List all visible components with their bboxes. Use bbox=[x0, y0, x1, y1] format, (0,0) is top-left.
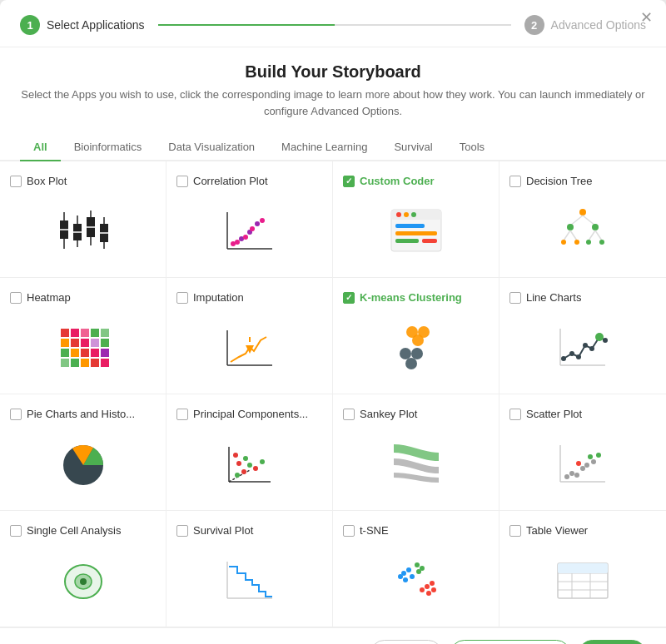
svg-point-101 bbox=[584, 463, 589, 468]
app-icon-single-cell-analysis bbox=[10, 543, 156, 617]
tab-tools[interactable]: Tools bbox=[446, 134, 498, 161]
app-cell-t-sne[interactable]: t-SNE bbox=[333, 511, 500, 627]
app-label-line-charts: Line Charts bbox=[526, 291, 581, 304]
app-icon-t-sne bbox=[343, 543, 489, 617]
svg-point-81 bbox=[595, 333, 604, 341]
app-cell-custom-coder[interactable]: ✓ Custom Coder bbox=[333, 161, 500, 278]
clear-all-button[interactable]: Clear All bbox=[370, 640, 442, 644]
app-cell-principal-components[interactable]: Principal Components... bbox=[166, 394, 333, 511]
app-cell-single-cell-analysis[interactable]: Single Cell Analysis bbox=[0, 511, 166, 627]
svg-point-40 bbox=[561, 240, 566, 245]
svg-point-76 bbox=[561, 356, 566, 361]
svg-point-72 bbox=[411, 348, 423, 359]
tab-machine-learning[interactable]: Machine Learning bbox=[268, 134, 380, 161]
tab-data-visualization[interactable]: Data Visualization bbox=[155, 134, 268, 161]
svg-rect-52 bbox=[91, 339, 99, 347]
app-cell-sankey-plot[interactable]: Sankey Plot bbox=[333, 394, 500, 511]
checkbox-imputation[interactable] bbox=[176, 292, 188, 304]
svg-point-25 bbox=[404, 212, 409, 217]
checkbox-custom-coder[interactable]: ✓ bbox=[343, 176, 355, 187]
app-cell-table-viewer[interactable]: Table Viewer bbox=[500, 511, 666, 627]
app-cell-correlation-plot[interactable]: Correlation Plot bbox=[166, 161, 333, 278]
svg-point-34 bbox=[567, 224, 574, 230]
checkbox-k-means-clustering[interactable]: ✓ bbox=[343, 292, 355, 304]
checkbox-decision-tree[interactable] bbox=[509, 176, 521, 187]
svg-point-113 bbox=[403, 577, 408, 582]
svg-point-21 bbox=[260, 218, 265, 223]
app-icon-line-charts bbox=[509, 310, 656, 384]
checkbox-scatter-plot[interactable] bbox=[509, 409, 521, 420]
app-label-imputation: Imputation bbox=[193, 291, 244, 304]
svg-rect-61 bbox=[81, 359, 89, 367]
app-cell-imputation[interactable]: Imputation bbox=[166, 278, 333, 394]
app-icon-sankey-plot bbox=[343, 427, 489, 500]
svg-point-80 bbox=[589, 346, 594, 351]
checkbox-survival-plot[interactable] bbox=[176, 525, 188, 537]
svg-point-71 bbox=[400, 348, 411, 359]
checkbox-line-charts[interactable] bbox=[509, 292, 521, 304]
checkbox-table-viewer[interactable] bbox=[509, 525, 521, 537]
launch-button[interactable]: Launch bbox=[579, 640, 646, 644]
app-label-single-cell-analysis: Single Cell Analysis bbox=[27, 524, 121, 537]
modal-header: Build Your Storyboard Select the Apps yo… bbox=[0, 47, 666, 126]
advanced-options-button[interactable]: Advanced Options bbox=[450, 640, 570, 644]
app-header-correlation-plot: Correlation Plot bbox=[176, 175, 268, 187]
app-icon-survival-plot bbox=[176, 543, 322, 617]
svg-line-39 bbox=[595, 230, 602, 240]
svg-rect-48 bbox=[101, 329, 109, 337]
svg-line-33 bbox=[583, 215, 595, 225]
svg-point-92 bbox=[236, 461, 241, 466]
checkbox-sankey-plot[interactable] bbox=[343, 409, 355, 420]
svg-rect-44 bbox=[61, 329, 69, 337]
app-header-sankey-plot: Sankey Plot bbox=[343, 408, 417, 420]
svg-point-89 bbox=[247, 463, 252, 468]
app-header-line-charts: Line Charts bbox=[509, 291, 581, 304]
svg-rect-54 bbox=[61, 349, 69, 357]
app-label-heatmap: Heatmap bbox=[27, 291, 71, 304]
svg-point-98 bbox=[569, 471, 574, 476]
svg-point-24 bbox=[396, 212, 401, 217]
tab-bioinformatics[interactable]: Bioinformatics bbox=[61, 134, 156, 161]
modal-footer: Pass Data between Apps ⚙️ Clear All Adva… bbox=[0, 627, 666, 644]
app-cell-survival-plot[interactable]: Survival Plot bbox=[166, 511, 333, 627]
app-icon-decision-tree bbox=[509, 194, 656, 267]
tab-all[interactable]: All bbox=[20, 134, 61, 161]
app-header-custom-coder: ✓ Custom Coder bbox=[343, 175, 435, 187]
app-cell-line-charts[interactable]: Line Charts bbox=[500, 278, 666, 394]
svg-point-88 bbox=[241, 469, 246, 474]
app-icon-imputation bbox=[176, 310, 322, 384]
app-icon-principal-components bbox=[176, 427, 322, 500]
app-cell-heatmap[interactable]: Heatmap bbox=[0, 278, 166, 394]
svg-point-100 bbox=[580, 466, 585, 471]
checkbox-heatmap[interactable] bbox=[10, 292, 22, 304]
app-cell-pie-charts[interactable]: Pie Charts and Histo... bbox=[0, 394, 166, 511]
app-header-scatter-plot: Scatter Plot bbox=[509, 408, 582, 420]
app-cell-decision-tree[interactable]: Decision Tree bbox=[500, 161, 666, 278]
svg-point-104 bbox=[596, 453, 601, 458]
footer-buttons: Clear All Advanced Options Launch bbox=[370, 640, 646, 644]
close-button[interactable]: ✕ bbox=[640, 10, 653, 25]
svg-rect-130 bbox=[558, 563, 608, 573]
checkbox-pie-charts[interactable] bbox=[10, 409, 22, 420]
svg-line-37 bbox=[570, 230, 577, 240]
app-cell-box-plot[interactable]: Box Plot bbox=[0, 161, 166, 278]
svg-point-78 bbox=[576, 354, 581, 359]
app-header-table-viewer: Table Viewer bbox=[509, 524, 588, 537]
svg-rect-29 bbox=[395, 239, 419, 243]
checkbox-principal-components[interactable] bbox=[176, 409, 188, 420]
svg-line-36 bbox=[564, 230, 570, 240]
checkbox-t-sne[interactable] bbox=[343, 525, 355, 537]
app-label-decision-tree: Decision Tree bbox=[526, 175, 592, 187]
checkbox-correlation-plot[interactable] bbox=[176, 176, 188, 187]
svg-rect-63 bbox=[101, 359, 109, 367]
tab-survival[interactable]: Survival bbox=[380, 134, 445, 161]
app-cell-scatter-plot[interactable]: Scatter Plot bbox=[500, 394, 666, 511]
svg-point-118 bbox=[426, 591, 431, 596]
app-header-principal-components: Principal Components... bbox=[176, 408, 308, 420]
svg-point-94 bbox=[233, 453, 238, 458]
app-header-t-sne: t-SNE bbox=[343, 524, 389, 537]
svg-point-20 bbox=[255, 221, 260, 226]
checkbox-single-cell-analysis[interactable] bbox=[10, 525, 22, 537]
checkbox-box-plot[interactable] bbox=[10, 176, 22, 187]
app-cell-k-means-clustering[interactable]: ✓ K-means Clustering bbox=[333, 278, 500, 394]
